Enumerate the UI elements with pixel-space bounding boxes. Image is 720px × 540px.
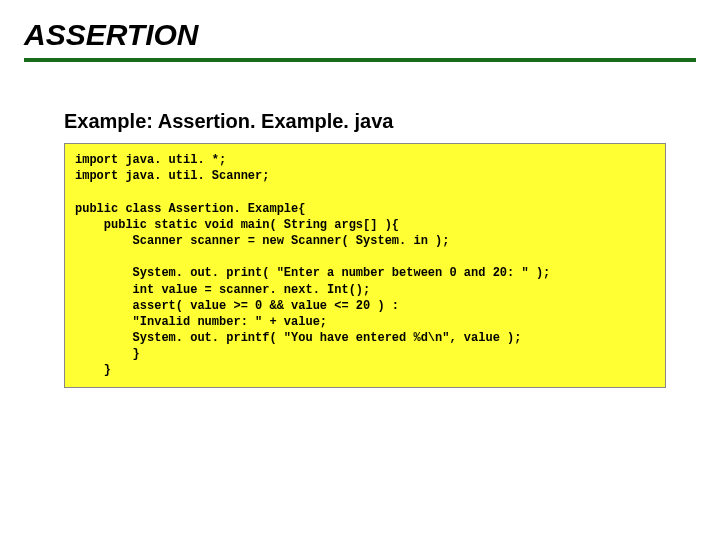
- content-area: Example: Assertion. Example. java import…: [24, 110, 696, 388]
- code-block: import java. util. *; import java. util.…: [64, 143, 666, 388]
- example-heading: Example: Assertion. Example. java: [64, 110, 666, 133]
- slide-title: ASSERTION: [24, 18, 696, 62]
